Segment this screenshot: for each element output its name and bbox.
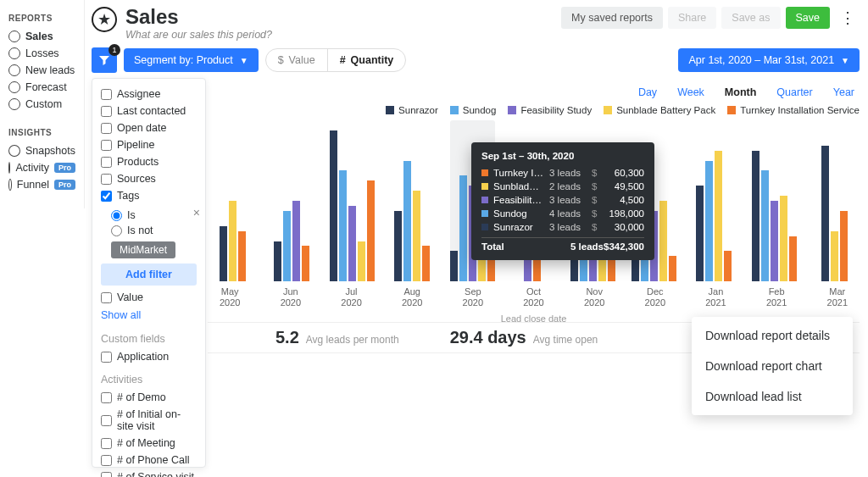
bar[interactable] <box>659 201 667 281</box>
sidebar-item-custom[interactable]: Custom <box>8 96 75 113</box>
activity-check[interactable]: # of Meeting <box>101 435 197 452</box>
legend-item: Feasibility Study <box>508 105 592 115</box>
bar[interactable] <box>220 226 227 281</box>
pro-badge: Pro <box>54 180 75 190</box>
bar[interactable] <box>403 161 411 282</box>
tooltip-row: Sundog4 leads$198,000 <box>481 207 644 220</box>
activity-check[interactable]: # of Phone Call <box>101 452 197 469</box>
show-all-link[interactable]: Show all <box>101 306 197 324</box>
download-option[interactable]: Download report chart <box>692 351 853 381</box>
bar[interactable] <box>413 191 420 281</box>
star-icon: ★ <box>92 7 117 32</box>
month-group[interactable] <box>330 120 375 281</box>
granularity-month[interactable]: Month <box>725 86 756 98</box>
bar[interactable] <box>840 211 848 281</box>
bar[interactable] <box>422 246 430 281</box>
month-group[interactable] <box>813 120 856 281</box>
sidebar-item-activity[interactable]: ActivityPro <box>8 159 75 176</box>
bar[interactable] <box>669 256 676 281</box>
bar[interactable] <box>696 186 704 281</box>
bar[interactable] <box>761 170 769 281</box>
filter-toggle-button[interactable]: 1 <box>92 47 117 73</box>
activity-check[interactable]: # of Service visit <box>101 469 197 477</box>
filter-count-badge: 1 <box>108 44 120 56</box>
activity-check[interactable]: # of Initial on-site visit <box>101 406 197 435</box>
field-open-date[interactable]: Open date <box>101 119 197 136</box>
month-group[interactable] <box>270 120 314 281</box>
bar[interactable] <box>339 170 347 281</box>
more-menu-icon[interactable]: ⋮ <box>835 5 860 31</box>
tooltip-row: Turnkey Installation Service3 leads$60,3… <box>481 166 644 180</box>
bar[interactable] <box>752 151 760 281</box>
bar[interactable] <box>724 251 732 281</box>
add-filter-button[interactable]: Add filter <box>101 263 197 286</box>
bar[interactable] <box>715 151 722 281</box>
avg-time-label: Avg time open <box>533 334 598 346</box>
bar[interactable] <box>292 201 300 281</box>
bar[interactable] <box>358 241 365 282</box>
circle-icon <box>8 47 20 59</box>
sidebar-item-funnel[interactable]: FunnelPro <box>8 176 75 193</box>
granularity-quarter[interactable]: Quarter <box>776 86 812 98</box>
field-last-contacted[interactable]: Last contacted <box>101 103 197 119</box>
sidebar-item-new-leads[interactable]: New leads <box>8 62 75 79</box>
save-as-button[interactable]: Save as <box>721 7 780 29</box>
swatch-icon <box>450 106 459 114</box>
tag-chip[interactable]: MidMarket <box>111 241 175 258</box>
bar[interactable] <box>229 201 236 281</box>
sidebar-item-sales[interactable]: Sales <box>8 28 75 45</box>
bar[interactable] <box>330 130 337 281</box>
bar[interactable] <box>450 251 458 281</box>
bar[interactable] <box>274 241 281 282</box>
bar[interactable] <box>283 211 291 281</box>
page-subtitle: What are our sales this period? <box>125 29 272 41</box>
bar[interactable] <box>789 236 797 281</box>
month-group[interactable] <box>391 120 434 281</box>
value-toggle[interactable]: $ Value <box>266 49 327 71</box>
share-button[interactable]: Share <box>668 7 716 29</box>
bar[interactable] <box>394 211 402 281</box>
is-not-radio[interactable]: Is not <box>111 223 197 238</box>
report-toolbar: 1 Segment by: Product ▼ $ Value # Quanti… <box>92 47 860 73</box>
sidebar-item-forecast[interactable]: Forecast <box>8 79 75 96</box>
month-group[interactable] <box>211 120 254 281</box>
download-option[interactable]: Download lead list <box>692 381 853 412</box>
bar[interactable] <box>302 246 309 281</box>
granularity-day[interactable]: Day <box>638 86 657 98</box>
bar[interactable] <box>459 175 467 281</box>
date-range-picker[interactable]: Apr 1st, 2020 – Mar 31st, 2021 ▼ <box>678 48 860 72</box>
customfield-application[interactable]: Application <box>101 348 197 365</box>
field-sources[interactable]: Sources <box>101 170 197 187</box>
pro-badge: Pro <box>54 163 75 173</box>
sidebar-item-snapshots[interactable]: Snapshots <box>8 142 75 159</box>
close-icon[interactable]: × <box>193 206 200 219</box>
month-group[interactable] <box>752 120 797 281</box>
my-saved-reports-button[interactable]: My saved reports <box>561 7 663 29</box>
bar[interactable] <box>238 231 246 281</box>
sidebar-item-losses[interactable]: Losses <box>8 45 75 62</box>
download-option[interactable]: Download report details <box>692 320 853 351</box>
is-radio[interactable]: Is <box>111 208 197 223</box>
bar[interactable] <box>771 201 778 281</box>
x-axis-labels: May2020Jun2020Jul2020Aug2020Sep2020Oct20… <box>208 281 860 308</box>
field-pipeline[interactable]: Pipeline <box>101 136 197 153</box>
bar[interactable] <box>831 231 838 281</box>
granularity-week[interactable]: Week <box>677 86 704 98</box>
segment-by-dropdown[interactable]: Segment by: Product ▼ <box>124 48 259 72</box>
bar[interactable] <box>367 180 375 281</box>
download-menu: Download report detailsDownload report c… <box>692 317 853 415</box>
field-tags[interactable]: Tags <box>101 187 197 204</box>
activity-check[interactable]: # of Demo <box>101 389 197 406</box>
field-value[interactable]: Value <box>101 289 197 306</box>
bar[interactable] <box>348 206 356 281</box>
granularity-year[interactable]: Year <box>833 86 854 98</box>
reports-heading: REPORTS <box>8 7 75 28</box>
save-button[interactable]: Save <box>786 7 831 29</box>
bar[interactable] <box>821 146 829 281</box>
field-assignee[interactable]: Assignee <box>101 86 197 103</box>
bar[interactable] <box>780 196 787 281</box>
quantity-toggle[interactable]: # Quantity <box>327 49 406 71</box>
field-products[interactable]: Products <box>101 153 197 170</box>
bar[interactable] <box>705 161 713 282</box>
month-group[interactable] <box>693 120 736 281</box>
